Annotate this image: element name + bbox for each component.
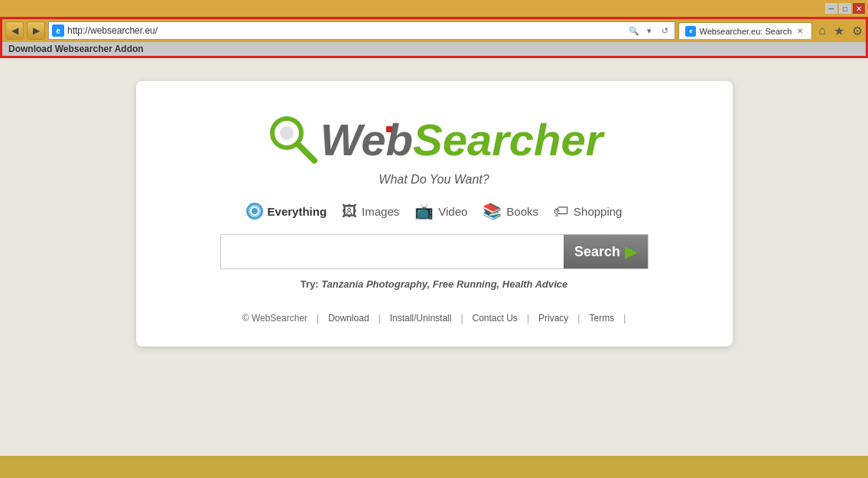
category-images-label: Images [362,205,399,218]
try-section: Try: Tanzania Photography, Free Running,… [301,278,568,290]
red-dot [386,126,392,132]
site-favicon: e [52,24,64,37]
address-icons: 🔍 ▾ ↺ [627,24,671,37]
favorites-icon[interactable]: ★ [834,24,844,38]
title-bar: ─ □ ✕ [0,0,868,17]
main-card: WebSearcher What Do You Want? Everything… [136,81,733,346]
settings-icon[interactable]: ⚙ [852,24,863,38]
category-shopping-label: Shopping [574,205,622,218]
video-icon: 📺 [414,202,434,220]
logo-text: WebSearcher [320,114,603,165]
tab-close-button[interactable]: ✕ [795,26,805,37]
logo-area: WebSearcher [265,112,603,167]
browser-window: ─ □ ✕ ◀ ▶ e 🔍 ▾ ↺ e Websearcher.eu: Sear [0,0,868,478]
copyright: © WebSearcher [242,313,307,324]
logo-searcher: Searcher [413,115,603,164]
forward-button[interactable]: ▶ [27,21,45,40]
navigation-bar: ◀ ▶ e 🔍 ▾ ↺ e Websearcher.eu: Search ✕ ⌂ [2,19,866,42]
footer-install-uninstall[interactable]: Install/Uninstall [390,313,452,324]
footer-terms[interactable]: Terms [589,313,614,324]
try-label: Try: [301,278,319,290]
maximize-button[interactable]: □ [839,3,851,14]
search-box: Search ▶ [220,234,649,269]
try-suggestions: Tanzania Photography, Free Running, Heal… [321,278,567,290]
category-video-label: Video [438,205,467,218]
address-bar[interactable]: e 🔍 ▾ ↺ [48,21,675,40]
category-images[interactable]: 🖼 Images [342,203,399,220]
page-content: WebSearcher What Do You Want? Everything… [0,58,868,456]
logo-web: Web [320,115,413,164]
active-tab[interactable]: e Websearcher.eu: Search ✕ [678,22,812,39]
search-icon[interactable]: 🔍 [627,24,641,37]
svg-line-3 [299,145,314,161]
images-icon: 🖼 [342,203,357,220]
url-input[interactable] [67,25,624,36]
tagline: What Do You Want? [379,173,489,187]
svg-point-2 [280,126,294,140]
toolbar-link[interactable]: Download Websearcher Addon [2,42,866,56]
tab-favicon: e [685,26,696,37]
shopping-icon: 🏷 [554,203,569,220]
category-everything[interactable]: Everything [246,203,327,219]
back-button[interactable]: ◀ [5,21,24,40]
search-arrow-icon: ▶ [625,242,636,261]
search-input[interactable] [221,235,564,268]
search-button-label: Search [574,244,620,260]
tab-title: Websearcher.eu: Search [699,27,792,36]
home-icon[interactable]: ⌂ [818,24,826,37]
footer-links: © WebSearcher | Download | Install/Unins… [242,313,626,324]
search-button[interactable]: Search ▶ [564,235,648,268]
category-shopping[interactable]: 🏷 Shopping [554,203,622,220]
category-books[interactable]: 📚 Books [483,202,538,220]
category-tabs: Everything 🖼 Images 📺 Video 📚 Books [246,202,623,220]
footer-privacy[interactable]: Privacy [538,313,568,324]
dropdown-icon[interactable]: ▾ [642,24,656,37]
category-video[interactable]: 📺 Video [414,202,467,220]
logo-icon [265,112,320,167]
footer-contact-us[interactable]: Contact Us [473,313,518,324]
close-button[interactable]: ✕ [853,3,865,14]
category-everything-label: Everything [268,205,327,218]
category-books-label: Books [506,205,538,218]
minimize-button[interactable]: ─ [825,3,837,14]
refresh-icon[interactable]: ↺ [658,24,671,37]
radio-everything[interactable] [246,203,263,219]
books-icon: 📚 [483,202,502,220]
footer-download[interactable]: Download [328,313,369,324]
